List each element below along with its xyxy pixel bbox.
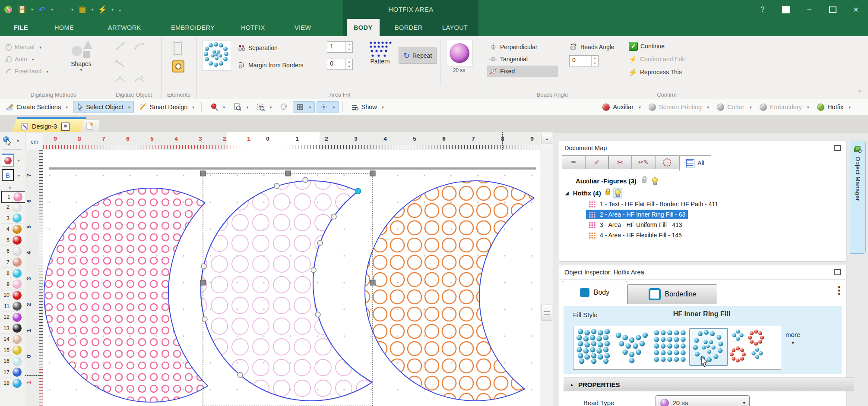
separation-spinner[interactable]: 1▲▼ [327,41,353,53]
curve-tool-icon[interactable] [133,41,145,54]
filter-tab-cut-draw[interactable]: ✂✎ [632,155,655,169]
canvas-vertical-scrollbar[interactable]: ▲ [540,132,553,406]
app-logo-icon[interactable] [3,5,13,14]
crescent-right[interactable] [43,150,540,406]
scroll-up-button[interactable]: ▲ [542,134,552,144]
mode-toggle[interactable]: Hotfix ▾ [817,104,851,111]
arc-node-tool-icon[interactable] [114,74,126,85]
palette-item[interactable]: 5 [1,235,25,246]
palette-item[interactable]: 16 [1,356,25,367]
reprocess-button[interactable]: ⚡ Reprocess This [629,66,682,78]
palette-item[interactable]: 7 [1,257,25,268]
bead-preview[interactable] [446,40,473,66]
undo-button[interactable]: ↶ [38,5,47,14]
create-sections-button[interactable]: Create Sections▾ [2,101,71,113]
fill-style-flexible[interactable] [729,328,766,364]
palette-item[interactable]: 14 [1,334,25,345]
paste-icon[interactable] [78,5,87,14]
auto-button[interactable]: Auto▾ [5,54,34,65]
tree-object-item[interactable]: 1 - Text - HF Flat Fill - Border: HF Pat… [586,199,721,209]
fill-style-v-pattern[interactable] [613,328,650,364]
tab-body[interactable]: Body [562,281,627,304]
redo-button[interactable]: ↷ [57,5,67,14]
collapse-ribbon-chevron[interactable]: ⌃ [857,89,862,96]
continue-button[interactable]: ✓ Continue [629,41,665,52]
b-mode-button[interactable]: B ▾ [2,169,20,181]
save-button[interactable] [17,5,27,14]
ruler-unit-box[interactable]: cm [25,132,44,151]
shapes-button[interactable]: Shapes▾ [65,40,98,72]
quick-action-icon[interactable]: ⚡ [98,5,107,14]
repeat-button[interactable]: ↻ Repeat [399,47,437,64]
margin-spinner[interactable]: 0▲▼ [327,59,353,70]
smart-design-button[interactable]: Smart Design▾ [136,101,198,113]
customize-qat-icon[interactable]: ⌄ [118,7,122,13]
beads-angle-spinner[interactable]: 0▲▼ [569,55,599,66]
palette-item[interactable]: 18 [1,378,25,389]
palette-item[interactable]: 4 [1,224,25,235]
tree-object-item[interactable]: 4 - Area - HF Flexible Fill - 145 [586,230,684,240]
mode-toggle[interactable]: Embroidery ▾ [760,104,809,111]
panel-pin-icon[interactable] [834,145,841,151]
zoom-selection-button[interactable]: ▾ [253,101,275,113]
pattern-button[interactable]: Pattern [365,41,395,65]
bead-type-dropdown[interactable]: 20 ss ▾ [656,395,750,406]
tab-borderline[interactable]: Borderline [627,284,717,304]
palette-item[interactable]: 9 [1,279,25,290]
palette-item[interactable]: 15 [1,345,25,356]
close-document-icon[interactable]: ✕ [61,123,70,131]
ribbon-tab[interactable]: EMBROIDERY [163,19,222,36]
redo-dropdown[interactable]: ▾ [71,7,73,12]
mode-toggle[interactable]: Auxiliar ▾ [602,104,641,111]
bead-cursor-tool[interactable]: ▾ [2,135,19,146]
filter-tab-design[interactable]: ✎ [562,155,585,169]
node-frame-icon[interactable] [171,41,184,58]
tree-node-auxiliar[interactable]: Auxiliar -Figures (3) [559,175,846,187]
ribbon-tab[interactable]: HOME [47,19,82,36]
palette-item[interactable]: 10 [1,290,25,301]
zoom-page-button[interactable]: ▾ [230,101,252,113]
palette-item[interactable]: 12 [1,312,25,323]
filter-tab-cut[interactable]: ✂ [608,155,632,169]
fixed-button[interactable]: Fixed [487,66,558,77]
object-manager-tab[interactable]: Object Manager [850,141,866,254]
manual-button[interactable]: Manual▾ [5,41,41,53]
palette-scroll-up[interactable]: ▲ [8,185,12,189]
more-button[interactable]: more▼ [786,331,800,346]
maximize-button[interactable] [824,3,841,16]
save-dropdown[interactable]: ▾ [31,7,33,12]
lock-icon[interactable] [605,191,610,195]
select-object-button[interactable]: Select Object▾ [73,101,134,113]
mode-toggle[interactable]: Screen Printing ▾ [649,104,709,111]
properties-section-header[interactable]: ▲ PROPERTIES [564,378,854,391]
palette-item[interactable]: 3 [1,213,25,224]
palette-item[interactable]: 8 [1,268,25,279]
confirm-and-edit-button[interactable]: ⚡ Confirm and Edit [629,54,685,65]
panel-pin-icon[interactable] [834,269,841,275]
contextual-ribbon-tab[interactable]: BORDER [388,19,429,36]
visibility-bulb-icon[interactable] [652,177,657,185]
filter-tab-artwork[interactable]: ✑ [585,155,608,169]
mode-toggle[interactable]: Cutter ▾ [717,104,752,111]
line-tool-icon[interactable] [114,41,126,54]
tree-object-item[interactable]: 2 - Area - HF Inner Ring Fill - 63 [586,210,688,219]
fill-style-uniform-grid[interactable] [651,328,688,364]
ribbon-tab[interactable]: VIEW [287,19,319,36]
ribbon-tab[interactable]: FILE [6,19,36,36]
lock-icon[interactable] [642,179,646,183]
palette-item[interactable]: 6 [1,246,25,257]
expand-triangle-icon[interactable]: ◢ [565,191,569,195]
tree-node-hotfix[interactable]: ◢ Hotfix (4) [559,187,846,199]
palette-item[interactable]: 11 [1,301,25,312]
tangential-button[interactable]: Tangential [489,54,528,65]
quick-action-dropdown[interactable]: ▾ [111,7,114,12]
filter-tab-hotfix[interactable] [655,155,678,169]
angle-tool-icon[interactable] [114,59,126,70]
pan-button[interactable] [277,101,291,113]
filter-tab-all[interactable]: All [679,155,711,171]
tree-object-item[interactable]: 3 - Area - HF Uniform Fill - 413 [586,220,685,230]
palette-item[interactable]: 13 [1,323,25,334]
ribbon-tab[interactable]: ARTWORK [100,19,149,36]
ribbon-tab[interactable]: HOTFIX [233,19,273,36]
undo-dropdown[interactable]: ▾ [51,7,54,12]
